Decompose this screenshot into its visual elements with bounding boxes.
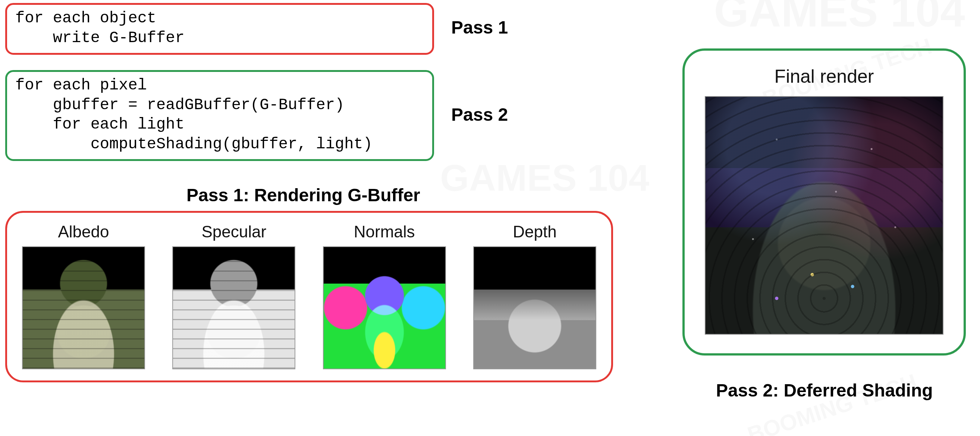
pass2-label: Pass 2 <box>451 104 508 125</box>
pass1-label: Pass 1 <box>451 17 508 38</box>
gbuffer-panel: Albedo Specular Normals Depth <box>5 211 613 382</box>
gbuffer-label: Depth <box>513 222 556 241</box>
gbuffer-item-specular: Specular <box>172 222 295 369</box>
gbuffer-thumb-albedo <box>22 246 145 369</box>
gbuffer-label: Specular <box>201 222 266 241</box>
watermark-text: GAMES 104 <box>440 157 649 199</box>
final-render-caption: Final render <box>775 66 874 87</box>
code-box-pass2: for each pixel gbuffer = readGBuffer(G-B… <box>5 70 434 161</box>
gbuffer-label: Normals <box>354 222 415 241</box>
final-section-title: Pass 2: Deferred Shading <box>716 380 933 401</box>
gbuffer-thumb-normals <box>323 246 446 369</box>
final-render-thumb <box>705 96 943 335</box>
gbuffer-section-title: Pass 1: Rendering G-Buffer <box>186 185 420 205</box>
gbuffer-item-depth: Depth <box>473 222 596 369</box>
final-render-panel: Final render <box>682 48 966 355</box>
gbuffer-item-normals: Normals <box>323 222 446 369</box>
watermark-text: BOOMING TECH <box>745 369 920 436</box>
gbuffer-thumb-depth <box>473 246 596 369</box>
watermark-text: GAMES 104 <box>714 0 965 36</box>
code-box-pass1: for each object write G-Buffer <box>5 3 434 55</box>
gbuffer-thumb-specular <box>172 246 295 369</box>
gbuffer-item-albedo: Albedo <box>22 222 145 369</box>
gbuffer-label: Albedo <box>58 222 109 241</box>
